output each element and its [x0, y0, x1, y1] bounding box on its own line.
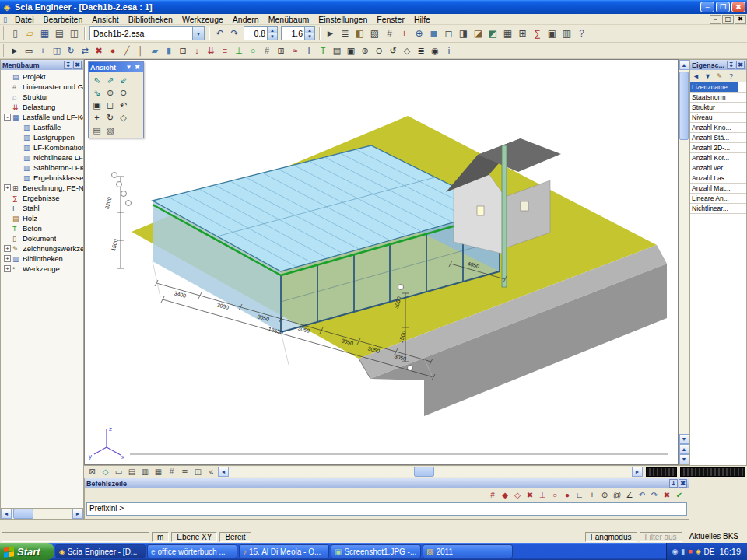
save-icon[interactable]: ▦ — [37, 26, 52, 41]
tree-item[interactable]: - ▦ Lastfälle und LF-Ko — [1, 112, 83, 122]
property-row[interactable]: Lizenzname — [690, 82, 746, 93]
props-edit-icon[interactable]: ✎ — [714, 71, 725, 82]
tree-item[interactable]: ▤ Projekt — [1, 72, 83, 82]
toolbar-handle[interactable] — [2, 44, 5, 57]
rotate-icon[interactable]: ↻ — [64, 44, 78, 58]
tree-expander-icon[interactable]: + — [4, 245, 11, 252]
property-value[interactable] — [738, 153, 746, 163]
preview-icon[interactable]: ▣ — [545, 26, 559, 41]
wall-icon[interactable]: ▮ — [162, 44, 176, 58]
cmd-relative-icon[interactable]: @ — [611, 489, 623, 501]
view-iso-sw-icon[interactable]: ⇙ — [117, 74, 130, 86]
menu-item[interactable]: Bibliotheken — [124, 14, 177, 25]
tree-expander-icon[interactable]: + — [4, 255, 11, 262]
property-row[interactable]: Niveau — [690, 113, 746, 123]
plate-icon[interactable]: ▰ — [148, 44, 162, 58]
property-row[interactable]: Staatsnorm — [690, 93, 746, 103]
results-icon[interactable]: ≈ — [288, 44, 302, 58]
tree-item[interactable]: ▤ Holz — [1, 213, 83, 223]
strip-windows-icon[interactable]: ◫ — [191, 466, 205, 478]
strip-layers-icon[interactable]: ≣ — [178, 466, 191, 478]
zoom-previous-icon[interactable]: ↶ — [117, 99, 130, 111]
print-view-icon[interactable]: ▤ — [90, 124, 103, 136]
document-icon[interactable]: ▥ — [559, 26, 574, 41]
cmd-snap-node-icon[interactable]: ● — [561, 489, 573, 501]
cmd-coords-icon[interactable]: ⊕ — [598, 489, 611, 501]
start-button[interactable]: Start — [0, 543, 54, 560]
status-plane[interactable]: Ebene XY — [171, 532, 217, 542]
menu-item[interactable]: Bearbeiten — [38, 14, 87, 25]
property-value[interactable] — [738, 133, 746, 142]
cmd-redo-icon[interactable]: ↷ — [648, 489, 661, 501]
taskbar-task-button[interactable]: ◈ Scia Engineer - [D... — [55, 544, 146, 558]
property-row[interactable]: Struktur — [690, 103, 746, 113]
property-row[interactable]: Anzahl 2D-... — [690, 143, 746, 153]
view-settings-icon[interactable]: ▧ — [103, 124, 117, 136]
calculate-icon[interactable]: ⊞ — [274, 44, 288, 58]
scale-spinner-1[interactable]: 0.8 ▲▼ — [244, 26, 278, 40]
rotate-view-icon[interactable]: ↺ — [386, 44, 400, 58]
command-panel-titlebar[interactable]: Befehlszeile ↧ ✖ — [85, 478, 689, 488]
scroll-left-icon[interactable]: ◄ — [1, 509, 12, 519]
tree-item[interactable]: + ✎ Zeichnungswerkze — [1, 243, 83, 254]
property-value[interactable] — [738, 163, 746, 173]
props-help-icon[interactable]: ? — [725, 71, 737, 82]
cmd-snap-tangent-icon[interactable]: ○ — [549, 489, 561, 501]
strip-tab-grid-icon[interactable]: ▦ — [152, 466, 165, 478]
maximize-button[interactable]: ❒ — [716, 2, 730, 12]
property-row[interactable]: Anzahl Kno... — [690, 123, 746, 133]
zoom-in-icon[interactable]: ⊕ — [358, 44, 372, 58]
tree-expander-icon[interactable]: - — [4, 114, 11, 121]
minimize-button[interactable]: – — [700, 2, 714, 12]
render-icon[interactable]: ◼ — [426, 26, 441, 41]
zoom-window-icon[interactable]: ▣ — [90, 99, 103, 111]
mirror-icon[interactable]: ⇄ — [78, 44, 92, 58]
tree-item[interactable]: # Linienraster und Gr — [1, 82, 83, 92]
property-value[interactable] — [738, 103, 746, 112]
tree-expander-icon[interactable] — [4, 73, 11, 80]
scale-spinner-2[interactable]: 1.6 ▲▼ — [281, 26, 315, 40]
project-file-combo[interactable]: Dach1b-2.esa ▼ — [89, 26, 205, 40]
print-icon[interactable]: ▤ — [52, 26, 67, 41]
view-iso-ne-icon[interactable]: ⇖ — [90, 74, 103, 86]
pin-icon[interactable]: ↧ — [727, 61, 735, 69]
tray-network-icon[interactable]: ▮ — [681, 548, 685, 555]
document-icon[interactable]: ▤ — [330, 44, 344, 58]
coord-system-icon[interactable]: ⊕ — [412, 26, 426, 41]
tree-item[interactable]: ⌂ Struktur — [1, 92, 83, 102]
tree-expander-icon[interactable] — [4, 235, 11, 242]
tray-volume-icon[interactable]: ◉ — [672, 548, 678, 555]
open-folder-icon[interactable]: ▱ — [23, 26, 37, 41]
section-icon[interactable]: ◪ — [471, 26, 486, 41]
property-value[interactable] — [738, 173, 746, 183]
menu-item[interactable]: Hilfe — [409, 14, 435, 25]
ansicht-floating-toolbar[interactable]: Ansicht ▼ ✖ ⇖⇗⇙⇘⊕⊖▣◻↶+↻◇▤▧ — [88, 61, 144, 138]
gallery-icon[interactable]: ▣ — [344, 44, 358, 58]
grid-icon[interactable]: # — [382, 26, 397, 41]
taskbar-task-button[interactable]: ♪ 15. Al Di Meola - O... — [239, 544, 329, 558]
tree-expander-icon[interactable] — [15, 174, 22, 181]
menu-tree-panel-titlebar[interactable]: Menübaum ↧ ✖ — [1, 60, 83, 70]
cmd-undo-icon[interactable]: ↶ — [636, 489, 648, 501]
concrete-check-icon[interactable]: T — [316, 44, 330, 58]
tree-item[interactable]: ▥ Ergebnisklasse — [1, 173, 83, 183]
perspective-icon[interactable]: ◇ — [117, 111, 130, 124]
taskbar-task-button[interactable]: ▨ 2011 — [423, 544, 513, 558]
tree-expander-icon[interactable] — [4, 83, 11, 90]
tree-item[interactable]: ⇊ Belastung — [1, 102, 83, 112]
cmd-ortho-icon[interactable]: ∟ — [573, 489, 586, 501]
status-bks[interactable]: Aktuelles BKS — [685, 532, 743, 542]
property-value[interactable] — [738, 93, 746, 102]
tree-item[interactable]: ▥ LF-Kombination — [1, 142, 83, 152]
view-iso-nw-icon[interactable]: ⇗ — [103, 74, 117, 86]
tree-expander-icon[interactable] — [4, 93, 11, 100]
property-row[interactable]: Anzahl ver... — [690, 163, 746, 173]
scrollbar-thumb[interactable] — [679, 72, 689, 140]
command-input[interactable]: Prefixlnl > — [86, 502, 687, 516]
chevron-down-icon[interactable]: ▼ — [124, 64, 133, 71]
rotate-view-icon[interactable]: ↻ — [103, 111, 117, 124]
view-iso-se-icon[interactable]: ⇘ — [90, 86, 103, 99]
spinner-up-icon[interactable]: ▲ — [268, 27, 277, 33]
mdi-minimize-button[interactable]: – — [710, 15, 721, 24]
scrollbar-thumb[interactable] — [414, 467, 434, 477]
